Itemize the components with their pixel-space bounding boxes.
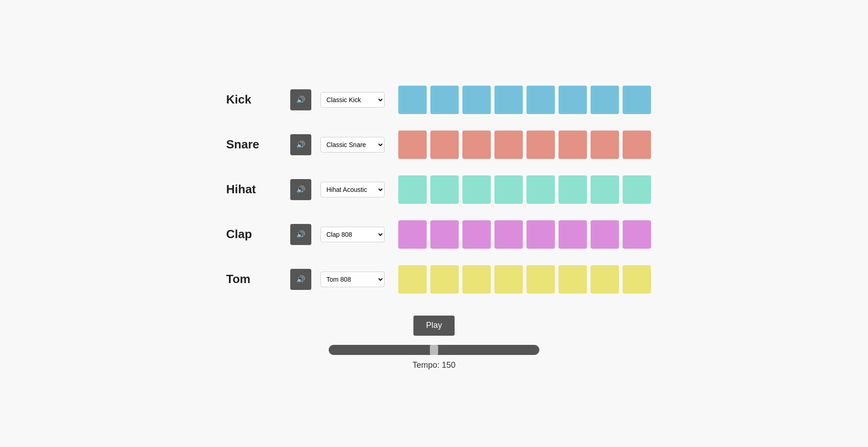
mute-button-hihat[interactable]: 🔊 <box>290 179 311 200</box>
track-label-hihat: Hihat <box>217 182 290 196</box>
pads-clap <box>398 220 651 249</box>
speaker-icon: 🔊 <box>296 185 305 194</box>
track-label-tom: Tom <box>217 272 290 286</box>
pad-hihat-0[interactable] <box>398 175 427 204</box>
pad-tom-5[interactable] <box>559 265 587 294</box>
pad-clap-4[interactable] <box>526 220 555 249</box>
pad-snare-2[interactable] <box>462 131 491 159</box>
pad-hihat-4[interactable] <box>526 175 555 204</box>
track-row-kick: Kick🔊Classic Kick808 KickDeep Kick <box>217 77 651 122</box>
pad-hihat-2[interactable] <box>462 175 491 204</box>
pad-kick-0[interactable] <box>398 86 427 114</box>
pad-snare-5[interactable] <box>559 131 587 159</box>
pad-clap-6[interactable] <box>591 220 619 249</box>
track-label-kick: Kick <box>217 93 290 107</box>
pad-clap-5[interactable] <box>559 220 587 249</box>
sequencer: Kick🔊Classic Kick808 KickDeep KickSnare🔊… <box>228 77 640 370</box>
instrument-select-snare[interactable]: Classic Snare808 SnareRim Shot <box>320 137 385 153</box>
instrument-select-kick[interactable]: Classic Kick808 KickDeep Kick <box>320 92 385 108</box>
pad-hihat-7[interactable] <box>623 175 651 204</box>
pad-clap-7[interactable] <box>623 220 651 249</box>
instrument-select-tom[interactable]: Tom 808Floor TomHigh Tom <box>320 272 385 287</box>
instrument-select-hihat[interactable]: Hihat AcousticHihat ClosedHihat Open <box>320 182 385 197</box>
play-button[interactable]: Play <box>413 316 455 336</box>
pad-tom-1[interactable] <box>430 265 459 294</box>
pad-tom-4[interactable] <box>526 265 555 294</box>
tempo-slider-container: Tempo: 150 <box>228 345 640 370</box>
pads-kick <box>398 86 651 114</box>
track-row-snare: Snare🔊Classic Snare808 SnareRim Shot <box>217 122 651 167</box>
pad-kick-3[interactable] <box>494 86 523 114</box>
mute-button-clap[interactable]: 🔊 <box>290 224 311 245</box>
pad-hihat-3[interactable] <box>494 175 523 204</box>
controls: Play Tempo: 150 <box>228 316 640 370</box>
pad-kick-6[interactable] <box>591 86 619 114</box>
pad-snare-6[interactable] <box>591 131 619 159</box>
pad-clap-0[interactable] <box>398 220 427 249</box>
speaker-icon: 🔊 <box>296 275 305 283</box>
pad-snare-3[interactable] <box>494 131 523 159</box>
pad-clap-3[interactable] <box>494 220 523 249</box>
pad-kick-7[interactable] <box>623 86 651 114</box>
pad-snare-4[interactable] <box>526 131 555 159</box>
pad-tom-6[interactable] <box>591 265 619 294</box>
pad-tom-7[interactable] <box>623 265 651 294</box>
pad-tom-2[interactable] <box>462 265 491 294</box>
speaker-icon: 🔊 <box>296 95 305 104</box>
tracks-container: Kick🔊Classic Kick808 KickDeep KickSnare🔊… <box>217 77 651 302</box>
pads-tom <box>398 265 651 294</box>
pad-snare-1[interactable] <box>430 131 459 159</box>
pad-tom-0[interactable] <box>398 265 427 294</box>
pad-kick-2[interactable] <box>462 86 491 114</box>
tempo-slider[interactable] <box>329 345 539 355</box>
mute-button-kick[interactable]: 🔊 <box>290 89 311 110</box>
mute-button-snare[interactable]: 🔊 <box>290 134 311 155</box>
track-label-clap: Clap <box>217 227 290 241</box>
track-row-clap: Clap🔊Clap 808Classic ClapSnap <box>217 212 651 257</box>
pad-kick-5[interactable] <box>559 86 587 114</box>
track-row-hihat: Hihat🔊Hihat AcousticHihat ClosedHihat Op… <box>217 167 651 212</box>
pads-hihat <box>398 175 651 204</box>
pads-snare <box>398 131 651 159</box>
speaker-icon: 🔊 <box>296 140 305 149</box>
pad-hihat-1[interactable] <box>430 175 459 204</box>
speaker-icon: 🔊 <box>296 230 305 239</box>
track-row-tom: Tom🔊Tom 808Floor TomHigh Tom <box>217 257 651 302</box>
tempo-label: Tempo: 150 <box>412 360 456 370</box>
pad-snare-0[interactable] <box>398 131 427 159</box>
pad-tom-3[interactable] <box>494 265 523 294</box>
track-label-snare: Snare <box>217 137 290 152</box>
instrument-select-clap[interactable]: Clap 808Classic ClapSnap <box>320 227 385 242</box>
pad-clap-2[interactable] <box>462 220 491 249</box>
pad-clap-1[interactable] <box>430 220 459 249</box>
pad-snare-7[interactable] <box>623 131 651 159</box>
pad-kick-4[interactable] <box>526 86 555 114</box>
pad-hihat-6[interactable] <box>591 175 619 204</box>
pad-kick-1[interactable] <box>430 86 459 114</box>
mute-button-tom[interactable]: 🔊 <box>290 269 311 290</box>
pad-hihat-5[interactable] <box>559 175 587 204</box>
